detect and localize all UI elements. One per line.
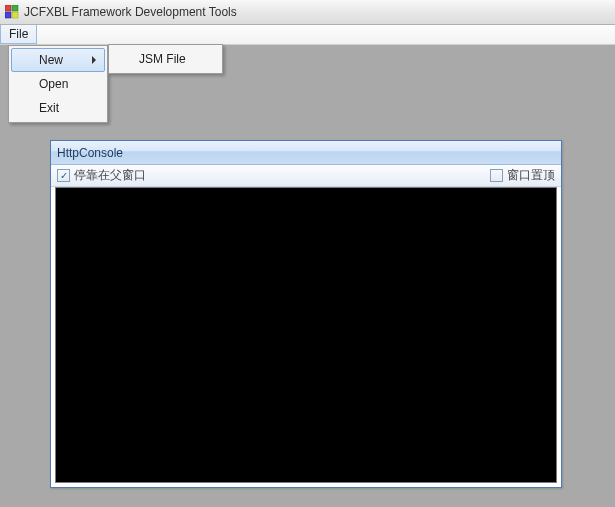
new-submenu: JSM File [108,44,223,74]
menu-item-open-label: Open [39,77,68,91]
menu-file[interactable]: File [0,25,37,44]
child-window-toolbar: ✓ 停靠在父窗口 ✓ 窗口置顶 [51,165,561,187]
dock-checkbox-wrap[interactable]: ✓ 停靠在父窗口 [57,167,146,184]
topmost-checkbox-label: 窗口置顶 [507,167,555,184]
menu-item-exit[interactable]: Exit [11,96,105,120]
menu-item-exit-label: Exit [39,101,59,115]
topmost-checkbox[interactable]: ✓ [490,169,503,182]
menu-item-new-label: New [39,53,63,67]
svg-rect-3 [12,12,18,18]
child-window-title: HttpConsole [57,146,123,160]
svg-rect-1 [12,5,18,11]
dock-checkbox[interactable]: ✓ [57,169,70,182]
dock-checkbox-label: 停靠在父窗口 [74,167,146,184]
child-window-titlebar[interactable]: HttpConsole [51,141,561,165]
console-output[interactable] [55,187,557,483]
menu-item-new[interactable]: New [11,48,105,72]
topmost-checkbox-wrap[interactable]: ✓ 窗口置顶 [490,167,555,184]
file-menu-dropdown: New Open Exit [8,45,108,123]
submenu-arrow-icon [92,56,96,64]
menu-file-label: File [9,27,28,41]
svg-rect-2 [5,12,11,18]
menu-item-open[interactable]: Open [11,72,105,96]
submenu-item-jsm-file[interactable]: JSM File [111,47,220,71]
submenu-item-jsm-file-label: JSM File [139,52,186,66]
window-title: JCFXBL Framework Development Tools [24,5,237,19]
app-icon [4,4,20,20]
menubar: File [0,25,615,45]
svg-rect-0 [5,5,11,11]
child-window-httpconsole: HttpConsole ✓ 停靠在父窗口 ✓ 窗口置顶 [50,140,562,488]
window-titlebar: JCFXBL Framework Development Tools [0,0,615,25]
